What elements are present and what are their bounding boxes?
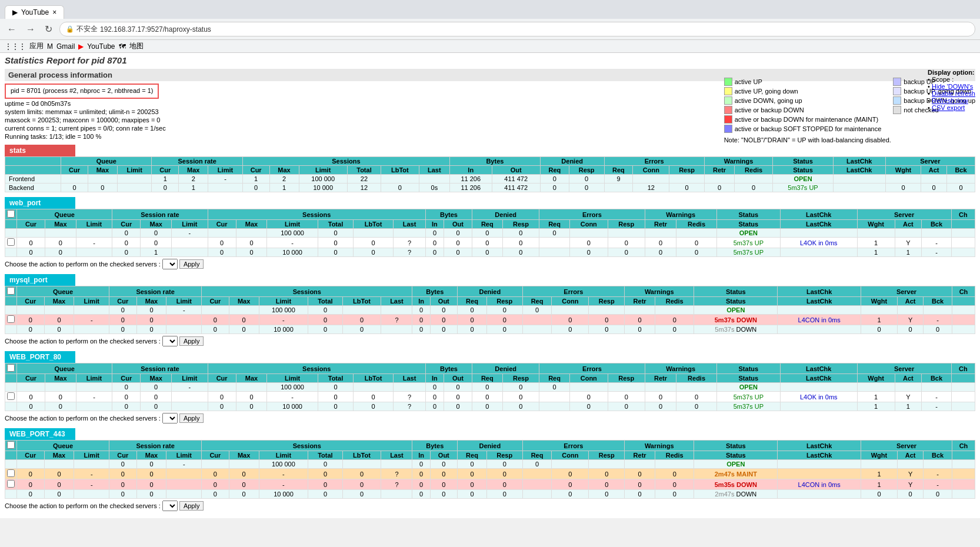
wp443-f-chk [5,460,17,469]
wp-f-w-redis [676,229,716,238]
wp80-col-errors: Errors [539,363,645,374]
wp-b-act: 1 [895,248,922,257]
wp-f-bck [922,229,951,238]
mysql-port-apply-button[interactable]: Apply [179,336,204,346]
f-q-max [88,175,117,184]
wp-sub-e-conn: Conn [569,220,608,229]
wp443-b-s-cur: 0 [202,490,229,499]
wp80-f-q-max [45,383,76,392]
wp443-d1-s-lim: - [259,479,308,490]
wp80-w1-sr-cur: 0 [112,392,141,402]
wp443-m1-checkbox[interactable] [7,469,15,477]
web-port-443-apply-button[interactable]: Apply [179,501,204,511]
mp-sub-lastchk: LastChk [778,297,861,306]
wp-w1-chk[interactable] [5,238,17,248]
hide-downs-link[interactable]: Hide 'DOWN's [932,83,973,90]
col-lastchk2: LastChk [833,166,885,175]
wp80-b-w-retr: 0 [645,402,676,411]
wp443-d1-q-cur: 0 [17,479,45,490]
mp-select-all[interactable] [7,287,15,295]
web-port-443-action-select[interactable] [162,501,178,511]
refresh-now-link[interactable]: Refresh now [932,97,968,104]
mp-sub-s-total: Total [308,297,342,306]
web-port-action-select[interactable] [162,259,178,269]
web-port-apply-button[interactable]: Apply [179,259,204,269]
reload-button[interactable]: ↻ [42,22,55,36]
mp-w1-checkbox[interactable] [7,315,15,323]
wp80-b-sr-lim [171,402,208,411]
wp443-d1-status: 5m35s DOWN [694,479,778,490]
wp443-d1-chk[interactable] [5,479,17,490]
wp443-m1-d-resp: 0 [486,469,522,479]
mp-w1-lastchk: L4CON in 0ms [778,315,861,325]
mp-w1-b-in: 0 [412,315,430,325]
mp-f-b-out: 0 [430,306,458,315]
wp80-col-lastchk: LastChk [780,363,857,374]
wp-w1-d-req: 0 [472,238,502,248]
wp80-select-all[interactable] [7,364,15,372]
mp-sub-d-resp: Resp [486,297,522,306]
url-bar[interactable]: 🔒 不安全 192.168.37.17:9527/haproxy-status [59,22,975,36]
wp443-m1-sr-cur: 0 [109,469,137,479]
mp-f-b-in: 0 [412,306,430,315]
wp443-d1-e-conn: 0 [552,479,589,490]
mysql-port-action-select[interactable] [162,336,178,346]
wp-sub-e-req: Req [539,220,569,229]
wp443-d1-sr-cur: 0 [109,479,137,490]
legend-active-up-going-down: active UP, going down [735,88,798,95]
f-wght [885,175,921,184]
wp80-sub-e-resp: Resp [608,374,645,383]
wp-b-s-cur: 0 [208,248,236,257]
mp-sub-b-out: Out [430,297,458,306]
gmail-label[interactable]: Gmail [56,42,75,51]
web-port-80-apply-button[interactable]: Apply [179,413,204,423]
wp443-d1-q-max: 0 [44,479,74,490]
wp443-sub-s-lim: Limit [259,451,308,460]
tab-close[interactable]: × [52,8,56,16]
mp-col-sr: Session rate [109,286,202,297]
wp443-sub-lastchk: LastChk [778,451,861,460]
mp-sub-s-last: Last [381,297,412,306]
wp80-b-sr-cur: 0 [112,402,141,411]
wp443-d1-checkbox[interactable] [7,480,15,488]
apps-icon[interactable]: ⋮⋮⋮ [5,42,26,51]
col-warnings: Warnings [704,157,772,166]
wp80-sub-s-max: Max [236,374,267,383]
wp-w1-e-resp: 0 [608,238,645,248]
mp-w1-chk[interactable] [5,315,17,325]
wp-select-all[interactable] [7,210,15,218]
wp80-w1-checkbox[interactable] [7,392,15,400]
col-e-conn: Conn [633,166,669,175]
youtube-label[interactable]: YouTube [87,42,115,51]
forward-button[interactable]: → [24,23,38,36]
wp-w1-checkbox[interactable] [7,238,15,246]
mp-b-s-last [381,325,412,334]
maps-label[interactable]: 地图 [129,41,144,51]
mp-sub-sr-max: Max [136,297,166,306]
wp80-col-extra: Ch [951,363,975,374]
csv-export-link[interactable]: CSV export [932,104,965,111]
wp443-select-all[interactable] [7,441,15,449]
stats-header: stats [5,145,75,156]
wp80-w1-chk[interactable] [5,392,17,402]
wp443-m1-chk[interactable] [5,469,17,479]
back-button[interactable]: ← [5,23,19,36]
wp80-b-e-resp: 0 [608,402,645,411]
web-port-80-action-select[interactable] [162,413,178,423]
mp-sub-sr-lim: Limit [166,297,202,306]
wp80-f-b-out: 0 [444,383,472,392]
disable-refresh-link[interactable]: Disable refresh [932,90,975,97]
wp80-sub-e-conn: Conn [569,374,608,383]
wp80-b-s-lim: 10 000 [267,402,318,411]
f-d-resp: 0 [569,175,604,184]
mysql-port-action-row: Choose the action to perform on the chec… [5,336,975,346]
page-content: Statistics Report for pid 8701 General p… [0,53,980,518]
wp80-col-sessions: Sessions [208,363,425,374]
col-sr-max: Max [179,166,208,175]
toolbar-app-label[interactable]: 应用 [29,41,44,51]
mp-sub-s-lim: Limit [259,297,308,306]
wp80-sub-w-redis: Redis [676,374,716,383]
active-tab[interactable]: ▶ YouTube × [5,5,64,19]
wp-b-s-lim: 10 000 [267,248,318,257]
wp80-sub-sr-cur: Cur [112,374,141,383]
